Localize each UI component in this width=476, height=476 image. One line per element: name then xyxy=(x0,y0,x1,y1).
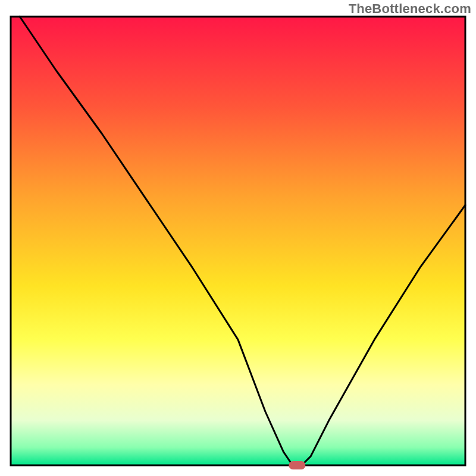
plot-background xyxy=(11,17,465,465)
bottleneck-chart xyxy=(0,0,476,476)
chart-container: TheBottleneck.com xyxy=(0,0,476,476)
optimum-marker xyxy=(289,461,305,469)
